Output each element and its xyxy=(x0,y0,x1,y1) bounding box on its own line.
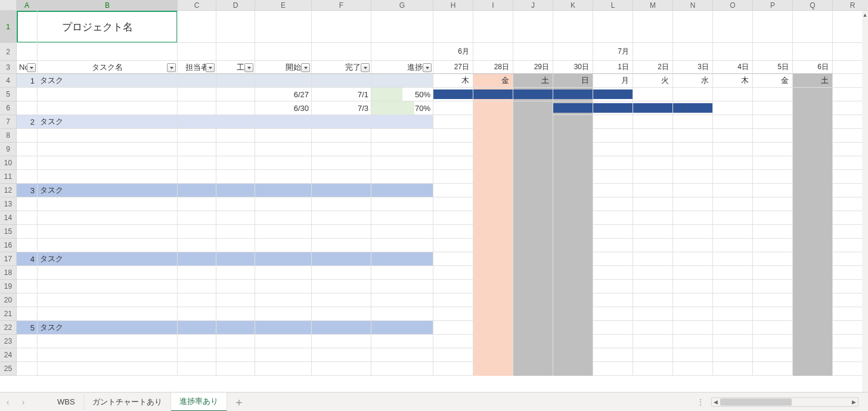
cell[interactable] xyxy=(312,335,371,348)
cell[interactable] xyxy=(17,129,38,143)
entry-start[interactable]: 6/30 xyxy=(255,101,312,115)
cell[interactable] xyxy=(312,348,371,362)
sheet-tab-1[interactable]: ガントチャートあり xyxy=(84,393,171,411)
cell[interactable] xyxy=(753,335,793,348)
task-label[interactable]: タスク xyxy=(38,321,178,335)
cell[interactable] xyxy=(433,184,473,197)
header-task[interactable]: タスク名 xyxy=(38,61,178,74)
cell[interactable] xyxy=(255,362,312,376)
cell[interactable] xyxy=(178,239,216,252)
cell[interactable] xyxy=(38,280,178,293)
cell[interactable] xyxy=(255,280,312,293)
cell[interactable] xyxy=(312,293,371,307)
cell[interactable] xyxy=(673,129,713,143)
cell[interactable] xyxy=(753,266,793,280)
cell[interactable] xyxy=(633,129,673,143)
cell[interactable] xyxy=(433,293,473,307)
cell[interactable] xyxy=(371,129,433,143)
col-header-J[interactable]: J xyxy=(513,0,553,11)
cell[interactable] xyxy=(793,11,833,43)
task-cell[interactable] xyxy=(255,184,312,197)
cell[interactable] xyxy=(633,197,673,211)
cell[interactable] xyxy=(753,11,793,43)
cell[interactable] xyxy=(178,143,216,156)
filter-button-effort[interactable] xyxy=(244,63,253,72)
cell[interactable] xyxy=(593,293,633,307)
row-header-4[interactable]: 4 xyxy=(0,74,17,88)
cell[interactable] xyxy=(673,362,713,376)
col-header-K[interactable]: K xyxy=(553,0,593,11)
cell[interactable] xyxy=(633,170,673,184)
cell[interactable] xyxy=(17,362,38,376)
cell[interactable] xyxy=(216,129,255,143)
row-header-7[interactable]: 7 xyxy=(0,115,17,129)
row-header-12[interactable]: 12 xyxy=(0,184,17,197)
cell[interactable] xyxy=(633,335,673,348)
cell[interactable] xyxy=(713,252,753,266)
col-header-G[interactable]: G xyxy=(371,0,433,11)
header-no[interactable]: No. xyxy=(17,61,38,74)
row-header-25[interactable]: 25 xyxy=(0,362,17,376)
cell[interactable] xyxy=(473,43,513,61)
cell[interactable] xyxy=(178,129,216,143)
sheet-tab-2[interactable]: 進捗率あり xyxy=(171,393,227,412)
row-header-2[interactable]: 2 xyxy=(0,43,17,61)
row-header-15[interactable]: 15 xyxy=(0,225,17,239)
cell[interactable] xyxy=(753,252,793,266)
cell[interactable] xyxy=(312,225,371,239)
cell[interactable] xyxy=(633,266,673,280)
cell[interactable] xyxy=(433,129,473,143)
cell[interactable] xyxy=(633,348,673,362)
cell[interactable] xyxy=(178,293,216,307)
cell[interactable] xyxy=(255,129,312,143)
cell[interactable] xyxy=(433,197,473,211)
cell[interactable] xyxy=(17,348,38,362)
cell[interactable] xyxy=(255,225,312,239)
cell[interactable] xyxy=(713,362,753,376)
cell[interactable] xyxy=(178,170,216,184)
task-cell[interactable] xyxy=(255,252,312,266)
cell[interactable] xyxy=(433,11,473,43)
task-label[interactable]: タスク xyxy=(38,252,178,266)
cell[interactable] xyxy=(593,280,633,293)
cell[interactable] xyxy=(753,307,793,321)
cell[interactable] xyxy=(753,225,793,239)
cell[interactable] xyxy=(593,170,633,184)
cell[interactable] xyxy=(178,197,216,211)
cell[interactable] xyxy=(38,170,178,184)
cell[interactable] xyxy=(178,280,216,293)
cell[interactable] xyxy=(312,239,371,252)
cell[interactable] xyxy=(371,362,433,376)
cell[interactable] xyxy=(17,266,38,280)
col-header-D[interactable]: D xyxy=(216,0,255,11)
col-header-M[interactable]: M xyxy=(633,0,673,11)
filter-button-start[interactable] xyxy=(301,63,310,72)
row-header-8[interactable]: 8 xyxy=(0,129,17,143)
horizontal-scrollbar[interactable]: ◀ ▶ xyxy=(711,397,858,407)
cell[interactable] xyxy=(38,129,178,143)
cell[interactable] xyxy=(17,88,38,101)
cell[interactable] xyxy=(593,143,633,156)
cell[interactable] xyxy=(713,197,753,211)
cell[interactable] xyxy=(713,335,753,348)
cell[interactable] xyxy=(178,88,216,101)
cell[interactable] xyxy=(513,11,553,43)
cell[interactable] xyxy=(371,143,433,156)
col-header-E[interactable]: E xyxy=(255,0,312,11)
col-header-Q[interactable]: Q xyxy=(793,0,833,11)
cell[interactable] xyxy=(38,88,178,101)
col-header-O[interactable]: O xyxy=(713,0,753,11)
cell[interactable] xyxy=(216,143,255,156)
col-header-P[interactable]: P xyxy=(753,0,793,11)
cell[interactable] xyxy=(17,211,38,225)
cell[interactable] xyxy=(713,88,753,101)
task-cell[interactable] xyxy=(216,184,255,197)
cell[interactable] xyxy=(216,362,255,376)
cell[interactable] xyxy=(593,225,633,239)
cell[interactable] xyxy=(633,184,673,197)
cell[interactable] xyxy=(673,348,713,362)
header-start[interactable]: 開始日 xyxy=(255,61,312,74)
cell[interactable] xyxy=(753,184,793,197)
cell[interactable] xyxy=(713,184,753,197)
cell[interactable] xyxy=(713,225,753,239)
